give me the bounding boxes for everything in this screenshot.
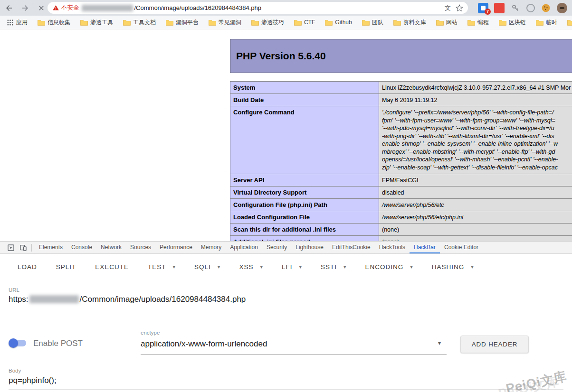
bookmark-folder[interactable]: 网站 <box>436 19 458 27</box>
translate-icon[interactable]: 文 <box>445 4 451 12</box>
hackbar-button-test[interactable]: TEST▾ <box>148 263 175 271</box>
folder-icon <box>499 19 506 26</box>
bookmark-folder[interactable]: CTF <box>294 19 315 26</box>
bookmark-label: 渗透技巧 <box>261 19 284 27</box>
devtools-tab-memory[interactable]: Memory <box>197 242 226 253</box>
phpinfo-row-label: Server API <box>230 174 379 187</box>
extension-cookie-icon[interactable] <box>541 3 551 13</box>
device-icon <box>19 244 27 252</box>
bookmark-folder[interactable]: 应 <box>567 19 572 27</box>
hackbar-button-label: TEST <box>148 263 166 271</box>
hackbar-button-split[interactable]: SPLIT <box>56 263 76 271</box>
bookmark-folder[interactable]: 渗透技巧 <box>251 19 284 27</box>
phpinfo-row-value: May 6 2019 11:19:12 <box>379 94 572 106</box>
devtools-tab-sources[interactable]: Sources <box>126 242 155 253</box>
browser-toolbar: 不安全 /Common/image/uploads/1620984484384.… <box>0 0 572 16</box>
devtools-tab-lighthouse[interactable]: Lighthouse <box>291 242 328 253</box>
bookmark-folder[interactable]: 工具文档 <box>123 19 156 27</box>
devtools-tab-editthiscookie[interactable]: EditThisCookie <box>328 242 375 253</box>
devtools-tab-hacktools[interactable]: HackTools <box>375 242 410 253</box>
bookmark-folder[interactable]: 临时 <box>536 19 557 27</box>
bookmark-folder[interactable]: 常见漏洞 <box>209 19 241 27</box>
divider <box>0 312 572 312</box>
hackbar-button-ssti[interactable]: SSTI▾ <box>321 263 346 271</box>
bookmark-folder[interactable]: Github <box>325 19 352 26</box>
folder-icon <box>294 19 302 26</box>
back-button[interactable] <box>2 1 16 15</box>
address-bar[interactable]: 不安全 /Common/image/uploads/1620984484384.… <box>48 2 468 14</box>
bookmark-label: Github <box>335 19 352 26</box>
phpinfo-row: Configuration File (php.ini) Path/www/se… <box>230 199 572 211</box>
devtools-tab-performance[interactable]: Performance <box>155 242 197 253</box>
hackbar-button-label: LOAD <box>18 263 37 271</box>
phpinfo-row-value: /www/server/php/56/etc <box>379 199 572 211</box>
phpinfo-row-value: FPM/FastCGI <box>379 174 572 187</box>
body-field[interactable]: pq=phpinfo(); <box>9 376 57 385</box>
bookmark-folder[interactable]: 渗透工具 <box>80 19 113 27</box>
url-field[interactable]: https:/Common/image/uploads/162098448438… <box>9 295 246 304</box>
hackbar-button-load[interactable]: LOAD <box>18 263 37 271</box>
page-content: PHP Version 5.6.40 SystemLinux iZ2zebusy… <box>0 29 572 241</box>
devtools-tab-elements[interactable]: Elements <box>35 242 67 253</box>
hackbar-button-label: XSS <box>239 263 253 271</box>
bookmark-folder[interactable]: 团队 <box>362 19 383 27</box>
bookmarks-bar: 应用 信息收集渗透工具工具文档漏洞平台常见漏洞渗透技巧CTFGithub团队资料… <box>0 16 572 29</box>
phpinfo-row-value: Linux iZ2zebusydk4rcfxqlwjcjZ 3.10.0-957… <box>379 82 572 94</box>
hackbar-button-sqli[interactable]: SQLI▾ <box>194 263 220 271</box>
devtools-tab-network[interactable]: Network <box>96 242 126 253</box>
hackbar-button-execute[interactable]: EXECUTE <box>95 263 129 271</box>
hackbar-button-label: SPLIT <box>56 263 76 271</box>
phpinfo-row-label: Build Date <box>230 94 379 106</box>
hackbar-button-hashing[interactable]: HASHING▾ <box>432 263 474 271</box>
phpinfo-row: Loaded Configuration File/www/server/php… <box>230 211 572 224</box>
dropdown-caret-icon: ▾ <box>471 264 474 270</box>
redacted-domain <box>82 5 133 11</box>
hackbar-button-lfi[interactable]: LFI▾ <box>282 263 302 271</box>
bookmark-folder[interactable]: 编程 <box>467 19 489 27</box>
enctype-select[interactable]: application/x-www-form-urlencoded <box>141 339 267 349</box>
devtools-tab-console[interactable]: Console <box>67 242 96 253</box>
phpinfo-row-label: Scan this dir for additional .ini files <box>230 224 379 236</box>
hackbar-button-encoding[interactable]: ENCODING▾ <box>365 263 413 271</box>
bookmark-star-icon[interactable] <box>456 4 463 12</box>
back-arrow-icon <box>5 4 13 12</box>
extension-icon-blue[interactable]: 7 <box>478 3 488 13</box>
bookmark-apps[interactable]: 应用 <box>7 19 28 27</box>
devtools-tab-hackbar[interactable]: HackBar <box>410 242 440 253</box>
bookmark-label: 团队 <box>372 19 383 27</box>
stop-button[interactable] <box>34 1 48 15</box>
bookmark-label: 网站 <box>446 19 458 27</box>
device-toolbar-icon[interactable] <box>17 242 29 254</box>
devtools-tabs: ElementsConsoleNetworkSourcesPerformance… <box>35 242 483 253</box>
bookmark-folder[interactable]: 区块链 <box>499 19 526 27</box>
devtools-tab-cookie-editor[interactable]: Cookie Editor <box>440 242 483 253</box>
bookmark-folder[interactable]: 漏洞平台 <box>166 19 199 27</box>
hackbar-panel: LOADSPLITEXECUTETEST▾SQLI▾XSS▾LFI▾SSTI▾E… <box>0 254 572 392</box>
folder-icon <box>209 19 216 26</box>
folder-icon <box>80 19 88 26</box>
phpinfo-row: Configure Command'./configure' '--prefix… <box>230 106 572 174</box>
key-icon <box>511 4 520 12</box>
inspect-icon[interactable] <box>5 242 17 254</box>
watermark: PeiQi文库 <box>505 368 569 392</box>
extension-icon-red[interactable] <box>494 3 505 13</box>
hackbar-button-label: HASHING <box>432 263 465 271</box>
phpinfo-row-label: Virtual Directory Support <box>230 187 379 199</box>
bookmark-folder[interactable]: 信息收集 <box>38 19 70 27</box>
enable-post-toggle[interactable] <box>9 338 28 348</box>
extension-key-icon[interactable] <box>510 3 521 13</box>
hackbar-button-xss[interactable]: XSS▾ <box>239 263 263 271</box>
extension-ring-icon[interactable] <box>526 4 535 12</box>
devtools-tab-security[interactable]: Security <box>262 242 291 253</box>
add-header-button[interactable]: ADD HEADER <box>460 336 529 353</box>
forward-button[interactable] <box>18 1 32 15</box>
hackbar-buttons: LOADSPLITEXECUTETEST▾SQLI▾XSS▾LFI▾SSTI▾E… <box>18 254 474 280</box>
hackbar-button-label: SQLI <box>194 263 211 271</box>
folder-icon <box>536 19 543 26</box>
bookmark-label: 编程 <box>477 19 489 27</box>
devtools-tab-application[interactable]: Application <box>226 242 262 253</box>
enctype-dropdown-icon[interactable]: ▾ <box>438 340 441 346</box>
bookmark-folder[interactable]: 资料文库 <box>393 19 426 27</box>
phpinfo-header: PHP Version 5.6.40 <box>230 39 572 73</box>
extension-avatar-icon[interactable] <box>557 3 567 13</box>
